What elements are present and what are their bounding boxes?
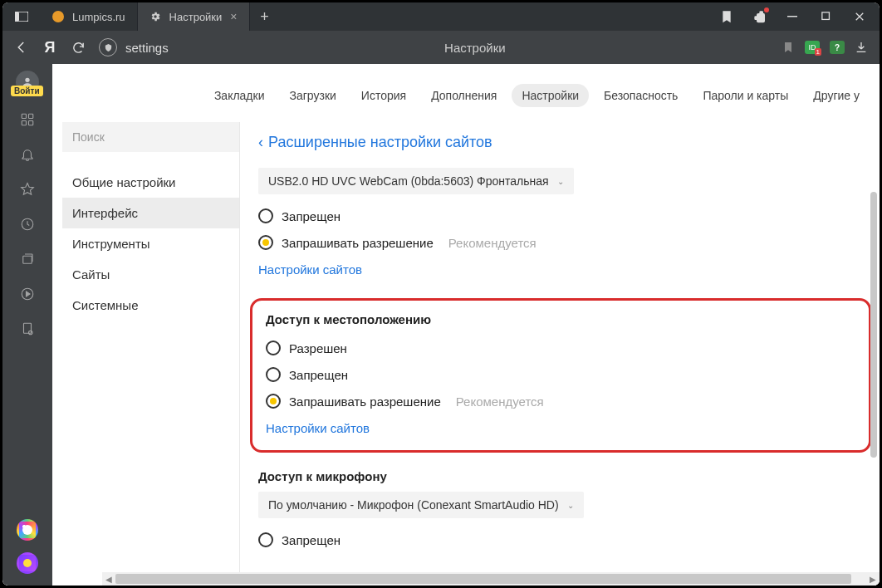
chevron-down-icon: ⌄: [567, 501, 574, 510]
bookmark-icon[interactable]: [782, 41, 795, 54]
content-row: Поиск Общие настройки Интерфейс Инструме…: [52, 122, 880, 586]
scroll-left-icon[interactable]: ◀: [102, 572, 115, 586]
microphone-block: Доступ к микрофону По умолчанию - Микроф…: [258, 469, 865, 553]
addrbar-right-icons: ID ?: [782, 41, 868, 54]
play-icon[interactable]: [18, 285, 37, 303]
svg-rect-2: [787, 16, 797, 17]
chevron-down-icon: ⌄: [557, 177, 564, 186]
top-tab-downloads[interactable]: Загрузки: [279, 84, 345, 107]
downloads-icon[interactable]: [855, 41, 868, 54]
radio-checked-icon: [258, 235, 273, 250]
settings-category-nav: Общие настройки Интерфейс Инструменты Са…: [62, 167, 239, 321]
nav-system[interactable]: Системные: [62, 290, 239, 321]
reload-icon[interactable]: [71, 40, 86, 55]
app-shortcut-2-icon[interactable]: [17, 552, 38, 574]
back-icon[interactable]: [14, 40, 29, 55]
new-tab-button[interactable]: +: [250, 2, 280, 31]
browser-window: Lumpics.ru Настройки × +: [2, 2, 880, 586]
svg-rect-1: [15, 12, 19, 22]
top-tab-addons[interactable]: Дополнения: [421, 84, 507, 107]
star-icon[interactable]: [18, 180, 37, 198]
extension-1-icon[interactable]: ID: [805, 41, 820, 54]
nav-sites[interactable]: Сайты: [62, 259, 239, 290]
radio-icon: [258, 208, 273, 223]
radio-icon: [266, 367, 281, 382]
close-window-icon[interactable]: [853, 10, 866, 23]
hint-label: Рекомендуется: [448, 236, 537, 250]
history-icon[interactable]: [18, 215, 37, 233]
radio-icon: [258, 532, 273, 547]
horizontal-scrollbar[interactable]: ◀ ▶: [102, 572, 880, 586]
location-site-settings-link[interactable]: Настройки сайтов: [266, 414, 855, 442]
hint-label: Рекомендуется: [456, 394, 544, 409]
site-shield-icon[interactable]: [99, 38, 117, 56]
top-tabs: Закладки Загрузки История Дополнения Нас…: [52, 64, 880, 122]
apps-grid-icon[interactable]: [18, 110, 37, 129]
settings-pane: Закладки Загрузки История Дополнения Нас…: [52, 64, 880, 586]
search-input[interactable]: Поиск: [62, 122, 239, 152]
svg-point-12: [29, 331, 33, 335]
radio-icon: [266, 341, 281, 355]
body: Войти Закладки Загрузки История Дополнен…: [2, 64, 880, 586]
gear-icon: [149, 11, 161, 22]
bookmark-ribbon-icon[interactable]: [720, 10, 733, 23]
top-tab-bookmarks[interactable]: Закладки: [204, 84, 275, 107]
extension-2-icon[interactable]: ?: [830, 41, 845, 54]
camera-option-denied[interactable]: Запрещен: [258, 203, 865, 229]
svg-rect-3: [822, 12, 830, 20]
side-panel-toggle-icon[interactable]: [2, 2, 41, 31]
section-heading[interactable]: ‹Расширенные настройки сайтов: [258, 134, 865, 151]
mic-option-denied[interactable]: Запрещен: [258, 527, 865, 553]
svg-rect-9: [23, 256, 32, 263]
svg-rect-11: [24, 323, 32, 333]
tab-settings[interactable]: Настройки ×: [138, 2, 250, 31]
location-block-highlighted: Доступ к местоположению Разрешен Запреще…: [250, 298, 871, 453]
svg-rect-7: [29, 121, 33, 125]
yandex-logo[interactable]: Я: [42, 40, 57, 55]
content-vertical-scrollbar[interactable]: [868, 122, 878, 586]
minimize-icon[interactable]: [786, 10, 800, 23]
window-controls: [707, 2, 880, 31]
note-icon[interactable]: [18, 320, 37, 338]
top-tab-history[interactable]: История: [351, 84, 416, 107]
tab-lumpics[interactable]: Lumpics.ru: [41, 2, 138, 31]
location-option-allow[interactable]: Разрешен: [266, 335, 855, 361]
camera-option-ask[interactable]: Запрашивать разрешение Рекомендуется: [258, 229, 865, 256]
nav-general[interactable]: Общие настройки: [62, 167, 239, 198]
scroll-right-icon[interactable]: ▶: [866, 572, 880, 586]
account-avatar[interactable]: Войти: [16, 71, 39, 94]
svg-rect-6: [22, 121, 26, 125]
settings-main: ‹Расширенные настройки сайтов USB2.0 HD …: [240, 122, 880, 586]
bell-icon[interactable]: [18, 145, 37, 164]
tab-title: Lumpics.ru: [72, 11, 125, 23]
location-option-ask[interactable]: Запрашивать разрешение Рекомендуется: [266, 388, 855, 414]
collections-icon[interactable]: [18, 250, 37, 268]
close-tab-icon[interactable]: ×: [230, 10, 237, 23]
extensions-icon[interactable]: [753, 10, 767, 23]
camera-device-dropdown[interactable]: USB2.0 HD UVC WebCam (0bda:5603) Фронтал…: [258, 168, 574, 194]
mic-title: Доступ к микрофону: [258, 469, 865, 483]
top-tab-security[interactable]: Безопасность: [594, 84, 688, 107]
svg-rect-4: [22, 114, 26, 118]
camera-block: USB2.0 HD UVC WebCam (0bda:5603) Фронтал…: [258, 168, 865, 283]
top-tab-passwords[interactable]: Пароли и карты: [693, 84, 798, 107]
favicon-icon: [52, 11, 64, 22]
app-shortcut-1-icon[interactable]: [17, 519, 38, 541]
camera-site-settings-link[interactable]: Настройки сайтов: [258, 256, 865, 283]
mic-device-dropdown[interactable]: По умолчанию - Микрофон (Conexant SmartA…: [258, 492, 584, 518]
location-option-denied[interactable]: Запрещен: [266, 361, 855, 388]
nav-tools[interactable]: Инструменты: [62, 228, 239, 259]
title-bar: Lumpics.ru Настройки × +: [2, 2, 880, 31]
top-tab-settings[interactable]: Настройки: [512, 84, 589, 107]
page-title: Настройки: [182, 41, 768, 55]
maximize-icon[interactable]: [820, 10, 833, 23]
radio-checked-icon: [266, 394, 281, 409]
nav-interface[interactable]: Интерфейс: [62, 198, 239, 228]
top-tab-other[interactable]: Другие у: [803, 84, 870, 107]
left-sidebar: Войти: [2, 64, 52, 586]
settings-nav-panel: Поиск Общие настройки Интерфейс Инструме…: [52, 122, 240, 586]
url-box[interactable]: settings: [99, 38, 169, 56]
location-title: Доступ к местоположению: [266, 312, 855, 326]
url-text: settings: [125, 41, 169, 55]
address-bar: Я settings Настройки ID ?: [2, 31, 880, 64]
